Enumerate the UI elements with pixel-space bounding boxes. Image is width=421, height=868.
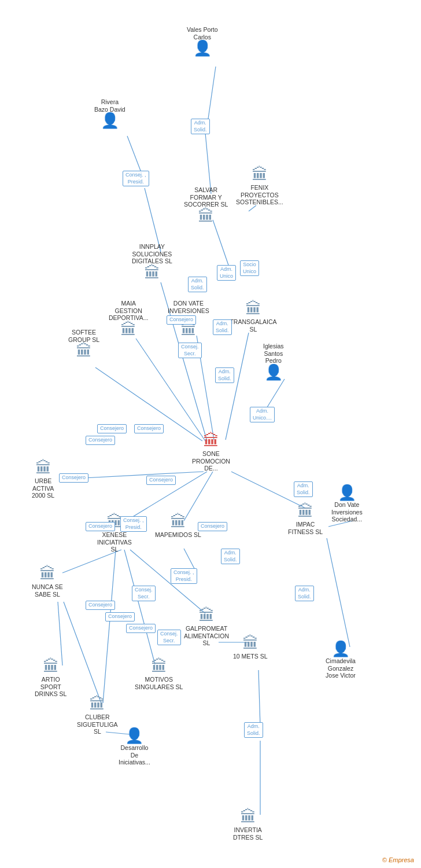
badge-consejero-5: Consejero <box>59 473 88 483</box>
badge-consej-secr-2: Consej.Secr. <box>132 586 156 601</box>
badge-consejero-1: Consejero <box>167 315 196 325</box>
badge-adm-solid-4: Adm.Solid. <box>215 367 234 383</box>
badge-consejero-8: Consejero <box>198 522 227 531</box>
brand-name: Empresa <box>389 856 414 863</box>
building-icon: 🏛 <box>151 659 167 675</box>
node-invertia: 🏛 INVERTIADTRES SL <box>233 809 263 841</box>
badge-consejero-11: Consejero <box>126 624 156 633</box>
building-icon: 🏛 <box>35 460 51 476</box>
building-icon: 🏛 <box>198 208 214 225</box>
badge-consej-secr-1: Consej.Secr. <box>178 343 202 358</box>
node-fenix: 🏛 FENIXPROYECTOSSOSTENIBLES... <box>236 167 283 206</box>
svg-line-21 <box>58 602 62 665</box>
node-rivera-bazo: RiveraBazo David 👤 <box>94 98 125 129</box>
building-icon: 🏛 <box>144 265 160 281</box>
svg-line-26 <box>258 670 260 726</box>
badge-socio-unico: SocioUnico <box>240 260 259 276</box>
badge-consej-presid-1: Consej. ,Presid. <box>123 171 149 186</box>
node-maia-gestion: MAIAGESTIONDEPORTIVA... 🏛 <box>109 300 148 339</box>
node-desarrollo: 👤 DesarrolloDeIniciativas... <box>119 728 150 766</box>
building-icon: 🏛 <box>120 322 136 338</box>
badge-consejero-7: Consejero <box>86 522 115 531</box>
node-salvar-formar: SALVARFORMAR YSOCORRER SL 🏛 <box>184 186 228 226</box>
svg-line-1 <box>127 136 142 174</box>
svg-line-2 <box>205 133 211 194</box>
node-impac-fitness: 🏛 IMPACFITNESS SL <box>288 503 323 535</box>
badge-adm-solid-7: Adm.Solid. <box>295 586 314 601</box>
badge-adm-solid-5: Adm.Solid. <box>221 549 240 564</box>
badge-adm-unico-1: Adm.Unico <box>217 265 236 281</box>
badge-adm-solid-6: Adm.Solid. <box>294 481 313 497</box>
svg-line-4 <box>213 220 228 265</box>
node-cluber: 🏛 CLUBERSIGUETULIGASL <box>77 696 118 735</box>
badge-consej-secr-3: Consej.Secr. <box>157 630 181 645</box>
person-icon: 👤 <box>125 728 143 743</box>
badge-consejero-9: Consejero <box>86 601 115 610</box>
building-icon: 🏛 <box>240 809 256 825</box>
svg-line-22 <box>64 602 101 703</box>
badge-consejero-3: Consejero <box>134 424 164 433</box>
badge-consejero-2: Consejero <box>97 424 127 433</box>
badge-adm-solid-2: Adm.Solid. <box>188 277 207 292</box>
node-artio-sport: 🏛 ARTIOSPORTDRINKS SL <box>35 659 67 698</box>
building-icon: 🏛 <box>297 503 313 520</box>
building-icon: 🏛 <box>242 635 258 652</box>
node-mapemidos: 🏛 MAPEMIDOS SL <box>155 514 201 539</box>
building-icon: 🏛 <box>170 514 186 530</box>
person-icon: 👤 <box>338 485 356 500</box>
badge-adm-solid-3: Adm.Solid. <box>213 319 232 335</box>
node-motivos-sing: 🏛 MOTIVOSSINGULARES SL <box>135 659 183 690</box>
building-icon: 🏛 <box>43 659 59 675</box>
svg-line-3 <box>145 188 161 252</box>
badge-consejero-4: Consejero <box>86 436 115 445</box>
node-iglesias-santos: IglesiasSantosPedro 👤 <box>263 343 284 381</box>
svg-line-0 <box>208 67 216 119</box>
node-vales-porto: Vales PortoCarlos 👤 <box>187 26 218 57</box>
node-innplay: INNPLAYSOLUCIONESDIGITALES SL 🏛 <box>132 243 172 282</box>
node-don-vate-soc: 👤 Don VateInversionesSociedad... <box>331 485 363 523</box>
svg-line-5 <box>249 205 256 211</box>
node-cimadevila: 👤 CimadevilaGonzalezJose Victor <box>326 641 356 679</box>
person-icon: 👤 <box>264 365 283 380</box>
node-10mets: 🏛 10 METS SL <box>233 635 268 660</box>
building-icon: 🏛 <box>252 167 268 183</box>
badge-consej-presid-2: Consej. ,Presid. <box>120 516 147 532</box>
building-icon-orange: 🏛 <box>203 433 219 449</box>
building-icon: 🏛 <box>89 696 105 712</box>
building-icon: 🏛 <box>245 301 261 317</box>
person-icon: 👤 <box>101 113 119 128</box>
svg-line-17 <box>62 550 121 573</box>
badge-consejero-10: Consejero <box>105 612 135 621</box>
node-sone: 🏛 SONEPROMOCIONDE... <box>192 433 230 472</box>
person-icon: 👤 <box>193 41 212 56</box>
svg-line-6 <box>226 333 249 440</box>
footer: © Empresa <box>382 856 414 863</box>
building-icon: 🏛 <box>76 343 92 359</box>
person-icon: 👤 <box>331 641 350 656</box>
building-icon: 🏛 <box>198 608 215 624</box>
badge-consejero-6: Consejero <box>146 476 176 485</box>
svg-line-28 <box>327 538 350 647</box>
svg-line-24 <box>103 550 116 703</box>
graph-container: Vales PortoCarlos 👤 RiveraBazo David 👤 🏛… <box>0 0 421 868</box>
svg-line-23 <box>124 550 155 664</box>
badge-adm-solid-8: Adm.Solid. <box>244 722 263 738</box>
node-galpromeat: 🏛 GALPROMEATALIMENTACIONSL <box>184 608 229 647</box>
badge-consej-presid-3: Consej. ,Presid. <box>171 568 197 584</box>
badge-adm-solid-1: Adm.Solid. <box>191 119 210 134</box>
building-icon: 🏛 <box>39 566 56 582</box>
badge-adm-unico-2: Adm.Unico.... <box>250 407 275 422</box>
node-transgalaica: 🏛 TRANSGALAICA SL <box>227 301 279 333</box>
node-softee-group: SOFTEEGROUP SL 🏛 <box>68 329 99 361</box>
node-urbe-activa: 🏛 URBEACTIVA2000 SL <box>32 460 54 499</box>
node-nunca-sabe: 🏛 NUNCA SESABE SL <box>32 566 63 598</box>
